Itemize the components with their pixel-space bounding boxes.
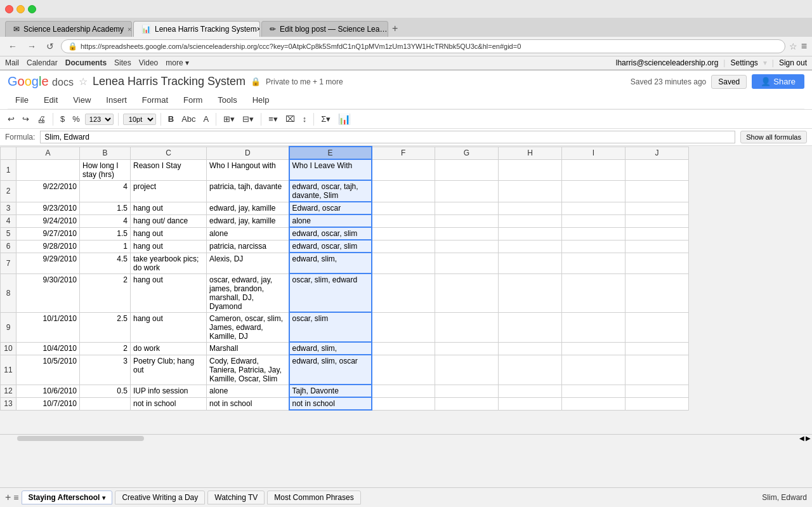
table-cell[interactable] <box>499 180 562 202</box>
row-number[interactable]: 9 <box>1 312 16 342</box>
table-cell[interactable]: 9/24/2010 <box>16 214 80 227</box>
font-button[interactable]: Abc <box>179 113 198 125</box>
doc-star-icon[interactable]: ☆ <box>79 76 88 88</box>
table-cell[interactable]: 10/4/2010 <box>16 342 80 355</box>
col-header-g[interactable]: G <box>435 147 499 159</box>
table-cell[interactable]: hang out/ dance <box>131 214 207 227</box>
table-cell[interactable]: Alexis, DJ <box>207 253 289 273</box>
table-cell[interactable]: 2 <box>80 342 131 355</box>
table-cell[interactable] <box>372 227 435 240</box>
table-cell[interactable] <box>435 240 499 253</box>
table-cell[interactable] <box>499 159 562 180</box>
table-cell[interactable]: edward, oscar, slim <box>289 240 372 253</box>
table-cell[interactable] <box>499 202 562 214</box>
menu-file[interactable]: File <box>13 94 31 106</box>
functions-button[interactable]: Σ▾ <box>318 113 333 125</box>
table-cell[interactable] <box>372 253 435 273</box>
table-cell[interactable] <box>562 355 625 385</box>
row-number[interactable]: 5 <box>1 227 16 240</box>
row-number[interactable]: 7 <box>1 253 16 273</box>
align-button[interactable]: ≡▾ <box>266 113 280 125</box>
back-button[interactable]: ← <box>5 40 20 53</box>
table-cell[interactable] <box>372 214 435 227</box>
scroll-right-button[interactable]: ▶ <box>806 435 811 442</box>
table-cell[interactable]: 10/6/2010 <box>16 385 80 397</box>
menu-insert[interactable]: Insert <box>103 94 129 106</box>
row-number[interactable]: 1 <box>1 159 16 180</box>
row-number[interactable]: 8 <box>1 273 16 312</box>
col-header-h[interactable]: H <box>499 147 562 159</box>
table-cell[interactable]: alone <box>289 214 372 227</box>
scroll-thumb[interactable] <box>17 436 144 441</box>
table-cell[interactable] <box>562 240 625 253</box>
row-number[interactable]: 11 <box>1 355 16 385</box>
table-cell[interactable]: Reason I Stay <box>131 159 207 180</box>
font-size-select[interactable]: 10pt <box>123 114 156 125</box>
browser-tab-blog[interactable]: ✏ Edit blog post — Science Lea… × <box>261 21 388 37</box>
table-cell[interactable]: edward, slim, <box>289 342 372 355</box>
horizontal-scrollbar[interactable]: ◀ ▶ <box>0 434 812 442</box>
table-cell[interactable]: 4 <box>80 180 131 202</box>
bookmark-mail[interactable]: Mail <box>5 58 19 67</box>
col-header-i[interactable]: I <box>562 147 625 159</box>
table-cell[interactable] <box>435 159 499 180</box>
table-cell[interactable]: edward, slim, oscar <box>289 355 372 385</box>
signout-link[interactable]: Sign out <box>779 58 807 67</box>
table-cell[interactable] <box>625 312 689 342</box>
table-cell[interactable] <box>499 312 562 342</box>
table-cell[interactable] <box>562 202 625 214</box>
close-button[interactable] <box>5 5 13 13</box>
sheet-container[interactable]: A B C D E F G H I J 1How long I stay (hr… <box>0 146 812 434</box>
table-cell[interactable]: oscar, slim <box>289 312 372 342</box>
settings-link[interactable]: Settings <box>730 58 757 67</box>
table-cell[interactable] <box>372 385 435 397</box>
table-cell[interactable]: take yearbook pics; do work <box>131 253 207 273</box>
borders-button[interactable]: ⊞▾ <box>221 113 237 125</box>
table-cell[interactable] <box>435 355 499 385</box>
table-cell[interactable]: 3 <box>80 355 131 385</box>
minimize-button[interactable] <box>16 5 25 13</box>
table-cell[interactable] <box>499 355 562 385</box>
table-cell[interactable] <box>625 342 689 355</box>
table-cell[interactable] <box>625 240 689 253</box>
table-cell[interactable] <box>625 227 689 240</box>
table-cell[interactable]: 9/22/2010 <box>16 180 80 202</box>
scroll-left-button[interactable]: ◀ <box>799 435 804 442</box>
table-cell[interactable]: hang out <box>131 312 207 342</box>
table-cell[interactable] <box>372 342 435 355</box>
undo-button[interactable]: ↩ <box>5 113 17 125</box>
wrap-text-button[interactable]: ⌧ <box>283 113 298 125</box>
table-cell[interactable]: alone <box>207 385 289 397</box>
table-cell[interactable]: hang out <box>131 273 207 312</box>
table-cell[interactable] <box>435 227 499 240</box>
table-cell[interactable]: oscar, edward, jay, james, brandon, mars… <box>207 273 289 312</box>
table-cell[interactable] <box>562 227 625 240</box>
table-cell[interactable]: 9/29/2010 <box>16 253 80 273</box>
table-cell[interactable]: Tajh, Davonte <box>289 385 372 397</box>
menu-view[interactable]: View <box>70 94 93 106</box>
table-cell[interactable]: patricia, tajh, davante <box>207 180 289 202</box>
table-cell[interactable] <box>372 202 435 214</box>
table-cell[interactable]: 9/30/2010 <box>16 273 80 312</box>
table-cell[interactable] <box>562 214 625 227</box>
percent-button[interactable]: % <box>70 113 82 125</box>
table-cell[interactable]: 1 <box>80 240 131 253</box>
table-cell[interactable]: alone <box>207 227 289 240</box>
show-all-formulas-button[interactable]: Show all formulas <box>740 131 807 143</box>
mail-tab-close[interactable]: × <box>128 25 131 33</box>
menu-format[interactable]: Format <box>140 94 171 106</box>
row-number[interactable]: 12 <box>1 385 16 397</box>
table-cell[interactable] <box>435 342 499 355</box>
table-cell[interactable] <box>499 240 562 253</box>
table-cell[interactable]: 2.5 <box>80 312 131 342</box>
doc-title[interactable]: Lenea Harris Tracking System <box>93 75 246 88</box>
col-header-a[interactable]: A <box>16 147 80 159</box>
table-cell[interactable] <box>372 312 435 342</box>
table-cell[interactable] <box>625 159 689 180</box>
table-cell[interactable]: hang out <box>131 202 207 214</box>
menu-help[interactable]: Help <box>250 94 272 106</box>
share-button[interactable]: 👤 Share <box>752 74 804 89</box>
table-cell[interactable]: Who I Leave With <box>289 159 372 180</box>
table-cell[interactable] <box>499 214 562 227</box>
table-cell[interactable]: Cody, Edward, Taniera, Patricia, Jay, Ka… <box>207 355 289 385</box>
